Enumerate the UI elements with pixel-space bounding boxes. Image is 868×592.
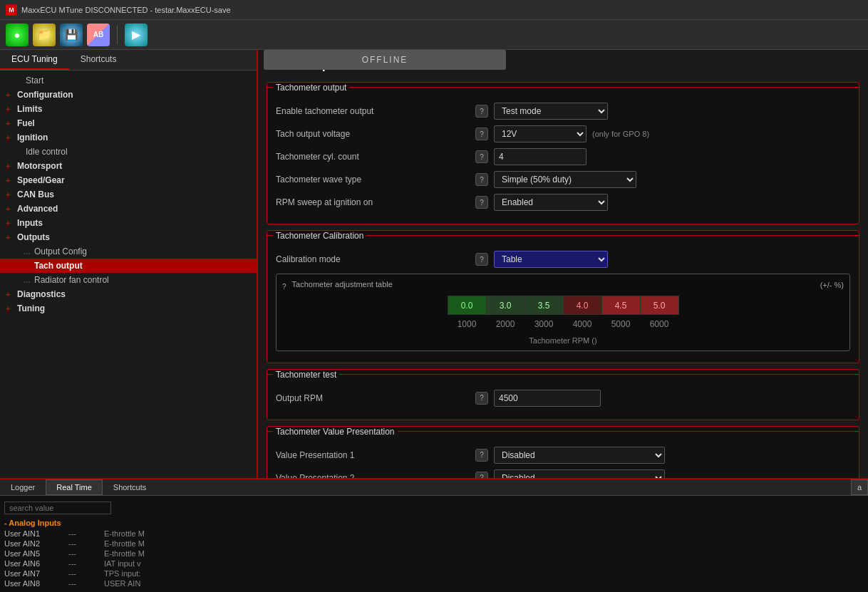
tachometer-value-presentation-title: Tachometer Value Presentation (273, 427, 398, 437)
cyl-count-input[interactable] (494, 148, 587, 165)
app-icon: M (6, 4, 17, 16)
sidebar-item-fuel[interactable]: + Fuel (0, 116, 257, 130)
sidebar-item-start[interactable]: + Start (0, 73, 257, 88)
ain-row-user-ain5: User AIN5 --- E-throttle M (0, 549, 868, 559)
toolbar: ● 📁 💾 AB ▶ OFFLINE (0, 20, 868, 50)
cyl-count-help[interactable]: ? (475, 150, 488, 163)
adj-table-help[interactable]: ? (282, 283, 286, 291)
tachometer-output-section: Tachometer output Enable tachometer outp… (267, 82, 859, 224)
output-rpm-row: Output RPM ? (276, 390, 850, 407)
rpm-cell-5: 6000 (640, 315, 678, 333)
wave-type-help[interactable]: ? (475, 173, 488, 186)
rpm-sweep-label: RPM sweep at ignition on (276, 197, 475, 207)
wave-type-select[interactable]: Simple (50% duty) Square wave (494, 171, 636, 188)
adjustment-table-box: ? Tachometer adjustment table (+/- %) 0.… (276, 274, 850, 351)
sidebar-item-ignition[interactable]: + Ignition (0, 130, 257, 145)
rpm-axis-label: Tachometer RPM () (282, 336, 844, 345)
play-button[interactable]: ▶ (125, 24, 148, 46)
connect-button[interactable]: ● (6, 24, 29, 46)
table-cell-3[interactable]: 4.0 (563, 296, 601, 315)
sidebar-item-inputs[interactable]: + Inputs (0, 216, 257, 230)
bottom-tabs: Logger Real Time Shortcuts a (0, 479, 868, 496)
tachometer-calibration-section: Tachometer Calibration Calibration mode … (267, 230, 859, 363)
table-cell-0[interactable]: 0.0 (448, 296, 486, 315)
val-pres-1-row: Value Presentation 1 ? Disabled (276, 447, 850, 464)
toolbar-separator (117, 26, 118, 44)
sidebar-item-output-config[interactable]: … Output Config (0, 244, 257, 259)
tachometer-calibration-title: Tachometer Calibration (273, 231, 366, 241)
sidebar-item-can-bus[interactable]: + CAN Bus (0, 187, 257, 202)
save-button[interactable]: 💾 (60, 24, 83, 46)
val-pres-2-help[interactable]: ? (475, 472, 488, 479)
sidebar-item-tuning[interactable]: + Tuning (0, 301, 257, 316)
val-pres-2-select[interactable]: Disabled (494, 469, 665, 479)
sidebar-item-speed-gear[interactable]: + Speed/Gear (0, 173, 257, 187)
sidebar-tabs: ECU Tuning Shortcuts (0, 50, 257, 71)
tab-shortcuts-bottom[interactable]: Shortcuts (103, 479, 157, 495)
tach-voltage-help[interactable]: ? (475, 128, 488, 140)
ain-row-user-ain7: User AIN7 --- TPS input: (0, 568, 868, 578)
rpm-sweep-select[interactable]: Disabled Enabled (494, 194, 608, 211)
rpm-sweep-help[interactable]: ? (475, 196, 488, 209)
calibration-mode-help[interactable]: ? (475, 253, 488, 266)
tab-logger[interactable]: Logger (0, 479, 46, 495)
analog-inputs-label: - Analog Inputs (0, 517, 868, 529)
calibration-mode-select[interactable]: None Table Manual (494, 251, 608, 268)
sidebar-item-advanced[interactable]: + Advanced (0, 202, 257, 216)
val-pres-1-help[interactable]: ? (475, 449, 488, 462)
tach-voltage-select[interactable]: 5V 12V (494, 125, 587, 142)
calibration-mode-label: Calibration mode (276, 254, 475, 264)
adj-table-title: Tachometer adjustment table (292, 280, 393, 289)
tachometer-output-title: Tachometer output (273, 83, 349, 93)
rpm-cell-1: 2000 (486, 315, 525, 333)
bottom-panel: Logger Real Time Shortcuts a - Analog In… (0, 478, 868, 592)
sidebar-item-configuration[interactable]: + Configuration (0, 88, 257, 102)
output-rpm-input[interactable] (494, 390, 601, 407)
val-pres-1-select[interactable]: Disabled (494, 447, 665, 464)
output-rpm-label: Output RPM (276, 393, 475, 403)
tab-extra[interactable]: a (851, 479, 868, 495)
tach-voltage-note: (only for GPO 8) (592, 130, 649, 138)
rpm-cell-2: 3000 (525, 315, 563, 333)
pct-label: (+/- %) (820, 281, 844, 289)
sidebar-item-motorsport[interactable]: + Motorsport (0, 159, 257, 173)
tab-ecu-tuning[interactable]: ECU Tuning (0, 50, 69, 70)
tachometer-test-section: Tachometer test Output RPM ? (267, 369, 859, 420)
tab-realtime[interactable]: Real Time (46, 479, 103, 495)
sidebar-item-radiator-fan[interactable]: … Radiator fan control (0, 273, 257, 287)
enable-tach-select[interactable]: Disabled Enabled Test mode (494, 103, 608, 120)
wave-type-label: Tachometer wave type (276, 175, 475, 185)
val-pres-2-row: Value Presentation 2 ? Disabled (276, 469, 850, 479)
sidebar-item-tach-output[interactable]: + Tach output (0, 259, 257, 273)
table-cell-5[interactable]: 5.0 (640, 296, 678, 315)
sidebar-item-idle-control[interactable]: + Idle control (0, 145, 257, 159)
window-title: MaxxECU MTune DISCONNECTED - testar.Maxx… (21, 6, 231, 14)
content-area: Tach output Tachometer output Enable tac… (258, 50, 868, 478)
sidebar: ECU Tuning Shortcuts + Start + Configura… (0, 50, 258, 478)
edit-button[interactable]: AB (87, 24, 110, 46)
sidebar-item-limits[interactable]: + Limits (0, 102, 257, 116)
table-cell-4[interactable]: 4.5 (601, 296, 640, 315)
enable-tach-row: Enable tachometer output ? Disabled Enab… (276, 103, 850, 120)
tab-shortcuts[interactable]: Shortcuts (69, 50, 128, 70)
cyl-count-label: Tachometer cyl. count (276, 152, 475, 162)
enable-tach-help[interactable]: ? (475, 105, 488, 118)
ain-row-user-ain1: User AIN1 --- E-throttle M (0, 529, 868, 539)
table-cell-2[interactable]: 3.5 (525, 296, 563, 315)
sidebar-item-diagnostics[interactable]: + Diagnostics (0, 287, 257, 301)
table-cell-1[interactable]: 3.0 (486, 296, 525, 315)
ain-row-user-ain2: User AIN2 --- E-throttle M (0, 539, 868, 549)
sidebar-nav: + Start + Configuration + Limits + Fuel … (0, 71, 257, 478)
ain-row-user-ain6: User AIN6 --- IAT input v (0, 559, 868, 568)
rpm-sweep-row: RPM sweep at ignition on ? Disabled Enab… (276, 194, 850, 211)
tachometer-test-title: Tachometer test (273, 370, 339, 380)
search-input[interactable] (4, 502, 111, 514)
val-pres-2-label: Value Presentation 2 (276, 473, 475, 479)
bottom-content: - Analog Inputs User AIN1 --- E-throttle… (0, 496, 868, 591)
open-button[interactable]: 📁 (33, 24, 56, 46)
output-rpm-help[interactable]: ? (475, 392, 488, 405)
tachometer-value-presentation-section: Tachometer Value Presentation Value Pres… (267, 426, 859, 479)
tach-adjustment-table: 0.0 3.0 3.5 4.0 4.5 5.0 1000 2000 3000 (448, 296, 679, 333)
enable-tach-label: Enable tachometer output (276, 106, 475, 116)
sidebar-item-outputs[interactable]: + Outputs (0, 230, 257, 244)
